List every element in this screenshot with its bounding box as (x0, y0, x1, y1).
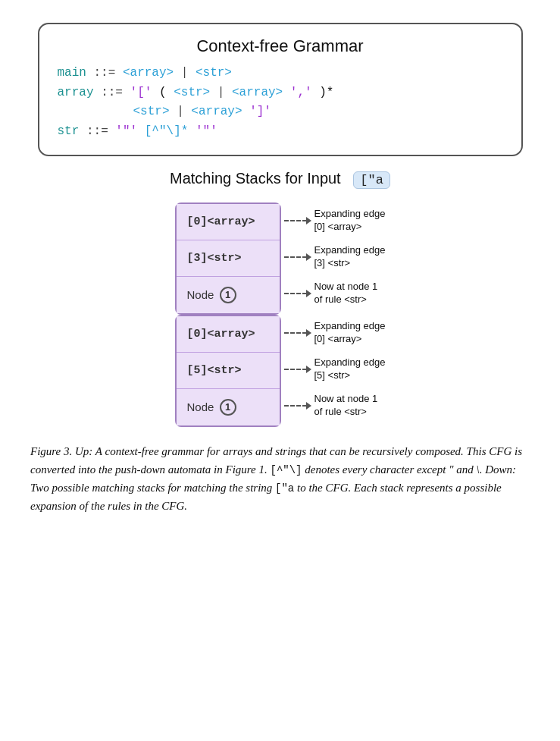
grammar-line-4: str ::= '"' [^"\]* '"' (58, 122, 503, 142)
annotation-text-2-2: Now at node 1of rule <str> (314, 393, 378, 419)
stack-column-2: [0]<array> [5]<str> Node 1 (175, 315, 281, 427)
annotation-row-1-2: Now at node 1of rule <str> (281, 275, 386, 312)
grammar-line-1: main ::= <array> | <str> (58, 64, 503, 83)
annotation-col-2: Expanding edge[0] <array> Expanding edge… (281, 315, 386, 427)
annotation-col-1: Expanding edge[0] <array> Expanding edge… (281, 203, 386, 315)
stack-column-1: [0]<array> [3]<str> Node 1 (175, 203, 281, 315)
annotation-text-1-1: Expanding edge[3] <str> (314, 244, 386, 270)
annotation-row-2-2: Now at node 1of rule <str> (281, 388, 386, 424)
node-circle-2: 1 (220, 399, 236, 416)
grammar-title: Context-free Grammar (58, 36, 503, 56)
kw-main: main (58, 66, 86, 80)
stacks-area: [0]<array> [3]<str> Node 1 Expanding edg… (30, 203, 530, 427)
stack-cell-1-1: [3]<str> (177, 240, 280, 277)
caption-code-2: ["a (275, 482, 294, 495)
annotation-row-2-0: Expanding edge[0] <array> (281, 315, 386, 351)
annotation-row-1-1: Expanding edge[3] <str> (281, 239, 386, 275)
grammar-line-3: <str> | <array> ']' (58, 102, 503, 122)
grammar-code: main ::= <array> | <str> array ::= '[' (… (58, 64, 503, 141)
stack-group-2: [0]<array> [5]<str> Node 1 Expanding edg… (175, 315, 386, 427)
stack-cell-2-1: [5]<str> (177, 353, 280, 389)
stack-cell-1-0: [0]<array> (177, 204, 280, 240)
annotation-text-1-0: Expanding edge[0] <array> (314, 208, 386, 234)
annotation-row-2-1: Expanding edge[5] <str> (281, 351, 386, 388)
grammar-line-2: array ::= '[' ( <str> | <array> ',' )* (58, 83, 503, 103)
stack-cell-1-2: Node 1 (177, 277, 280, 313)
stack-cell-2-0: [0]<array> (177, 316, 280, 353)
annotation-text-2-1: Expanding edge[5] <str> (314, 356, 386, 382)
caption-code-1: [^"\] (271, 464, 302, 476)
annotation-text-1-2: Now at node 1of rule <str> (314, 281, 378, 306)
section-title: Matching Stacks for Input ["a (30, 170, 530, 188)
input-badge: ["a (353, 171, 390, 189)
node-circle-1: 1 (220, 287, 236, 303)
caption-figure-num: Figure 3. (30, 445, 72, 457)
stack-group-1: [0]<array> [3]<str> Node 1 Expanding edg… (175, 203, 386, 315)
stack-cell-2-2: Node 1 (177, 389, 280, 425)
grammar-box: Context-free Grammar main ::= <array> | … (38, 23, 523, 156)
caption: Figure 3. Up: A context-free grammar for… (30, 442, 530, 516)
annotation-row-1-0: Expanding edge[0] <array> (281, 203, 386, 239)
annotation-text-2-0: Expanding edge[0] <array> (314, 320, 386, 346)
